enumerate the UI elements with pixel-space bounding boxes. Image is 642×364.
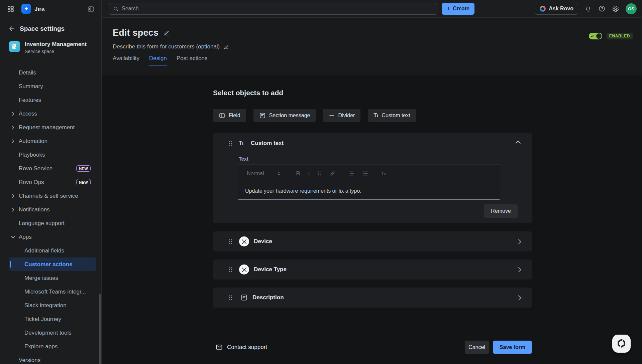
- notifications-bell-icon[interactable]: [584, 5, 592, 12]
- sidebar-item-features[interactable]: Features: [9, 93, 96, 107]
- floating-app-button[interactable]: [612, 335, 631, 353]
- add-object-button-custom-text[interactable]: TtCustom text: [368, 109, 416, 122]
- add-object-button-field[interactable]: Field: [213, 109, 246, 122]
- sidebar-item-summary[interactable]: Summary: [9, 79, 96, 93]
- app-switcher-icon[interactable]: [7, 5, 15, 13]
- user-avatar[interactable]: OS: [626, 3, 637, 14]
- sidebar-item-label: Access: [19, 111, 37, 117]
- clear-formatting-icon[interactable]: Tx: [381, 170, 386, 177]
- sidebar-item-explore-apps[interactable]: Explore apps: [9, 340, 96, 353]
- chevron-right-icon: [11, 207, 15, 212]
- tab-design[interactable]: Design: [149, 55, 167, 65]
- sidebar-item-ticket-journey[interactable]: Ticket Journey: [9, 312, 96, 326]
- tab-availability[interactable]: Availability: [113, 55, 139, 65]
- sidebar-item-notifications[interactable]: Notifications: [9, 203, 96, 216]
- sidebar-item-rovo-service[interactable]: Rovo ServiceNEW: [9, 162, 96, 175]
- collapse-sidebar-icon[interactable]: [87, 5, 95, 13]
- drag-handle-icon[interactable]: [228, 238, 233, 245]
- expand-panel-chevron-right-icon[interactable]: [518, 239, 522, 244]
- sidebar-item-customer-actions[interactable]: Customer actions: [9, 257, 96, 271]
- drag-handle-icon[interactable]: [228, 295, 233, 301]
- sidebar-item-versions[interactable]: Versions: [9, 353, 96, 364]
- sidebar-item-apps[interactable]: Apps: [9, 230, 96, 244]
- back-arrow-icon[interactable]: [8, 25, 15, 32]
- field-panel-title: Description: [252, 294, 284, 301]
- jira-logo[interactable]: [21, 4, 31, 14]
- sidebar-item-label: Rovo Service: [19, 165, 52, 172]
- sidebar-item-channels-self-service[interactable]: Channels & self service: [9, 189, 96, 203]
- sidebar-item-request-management[interactable]: Request management: [9, 121, 96, 134]
- app-name: Jira: [34, 6, 44, 12]
- underline-button[interactable]: U: [318, 170, 322, 177]
- ordered-list-icon[interactable]: 12: [348, 170, 354, 177]
- svg-text:1: 1: [349, 171, 350, 173]
- space-avatar-icon: [9, 41, 20, 52]
- field-panel-device-type[interactable]: Device Type: [213, 259, 532, 280]
- field-panel-device[interactable]: Device: [213, 231, 532, 251]
- create-button[interactable]: + Create: [442, 3, 474, 15]
- sidebar-scrollbar[interactable]: [99, 294, 101, 364]
- edit-title-pencil-icon[interactable]: [163, 30, 170, 36]
- help-icon[interactable]: [598, 5, 606, 12]
- cancel-button[interactable]: Cancel: [465, 341, 489, 354]
- sidebar-item-label: Notifications: [19, 206, 50, 213]
- drag-handle-icon[interactable]: [228, 140, 233, 147]
- tab-post-actions[interactable]: Post actions: [177, 55, 208, 65]
- add-object-button-divider[interactable]: Divider: [323, 109, 360, 122]
- italic-button[interactable]: I: [308, 170, 310, 177]
- sidebar-item-playbooks[interactable]: Playbooks: [9, 148, 96, 162]
- remove-button[interactable]: Remove: [484, 204, 518, 218]
- object-buttons-row: FieldSection messageDividerTtCustom text: [213, 109, 532, 122]
- ask-rovo-button[interactable]: Ask Rovo: [535, 3, 578, 15]
- form-design-content: Select objects to add FieldSection messa…: [102, 75, 642, 364]
- bold-button[interactable]: B: [296, 170, 300, 177]
- link-icon[interactable]: [329, 170, 336, 177]
- back-to-space-settings[interactable]: Space settings: [0, 18, 101, 32]
- enabled-toggle[interactable]: [589, 33, 602, 39]
- chevron-right-icon: [11, 139, 15, 143]
- editor-content-area[interactable]: Update your hardware requirements or fix…: [238, 182, 500, 200]
- sidebar-item-label: Versions: [19, 357, 40, 364]
- sidebar-item-label: Ticket Journey: [24, 316, 61, 323]
- sidebar-item-label: Summary: [19, 83, 43, 90]
- rich-text-editor: Normal B I U 12: [238, 165, 500, 200]
- sidebar-item-label: Customer actions: [24, 261, 73, 268]
- sidebar-item-label: Rovo Ops: [19, 179, 44, 186]
- edit-description-pencil-icon[interactable]: [223, 44, 229, 50]
- bullet-list-icon[interactable]: [362, 170, 368, 177]
- expand-panel-chevron-right-icon[interactable]: [518, 295, 522, 301]
- add-object-button-section-message[interactable]: Section message: [253, 109, 316, 122]
- expand-panel-chevron-right-icon[interactable]: [518, 267, 522, 272]
- save-form-button[interactable]: Save form: [493, 341, 532, 354]
- settings-gear-icon[interactable]: [612, 5, 619, 12]
- sidebar-item-development-tools[interactable]: Development tools: [9, 326, 96, 340]
- text-style-dropdown[interactable]: Normal: [247, 171, 281, 177]
- collapse-panel-chevron-up-icon[interactable]: [515, 140, 521, 144]
- search-bar[interactable]: [109, 3, 437, 15]
- drag-handle-icon[interactable]: [228, 266, 233, 273]
- plus-icon: +: [447, 6, 450, 12]
- sidebar-item-access[interactable]: Access: [9, 107, 96, 121]
- sidebar-item-rovo-ops[interactable]: Rovo OpsNEW: [9, 175, 96, 189]
- search-input[interactable]: [122, 6, 433, 12]
- form-header: Edit specs Describe this form for custom…: [102, 18, 642, 75]
- sidebar-item-merge-issues[interactable]: Merge issues: [9, 271, 96, 285]
- section-message-icon: [259, 112, 266, 119]
- sidebar-item-additional-fields[interactable]: Additional fields: [9, 244, 96, 257]
- sidebar-item-microsoft-teams-integr[interactable]: Microsoft Teams integr...: [9, 285, 96, 299]
- top-bar-left: Jira: [0, 0, 102, 18]
- sidebar-item-slack-integration[interactable]: Slack integration: [9, 299, 96, 312]
- sidebar-title: Space settings: [20, 25, 65, 32]
- space-header: Inventory Management Service space: [0, 32, 101, 54]
- sidebar-item-label: Channels & self service: [19, 193, 78, 199]
- sidebar-item-automation[interactable]: Automation: [9, 134, 96, 148]
- sidebar-item-label: Additional fields: [24, 247, 64, 254]
- field-panel-description[interactable]: Description: [213, 288, 532, 308]
- sidebar-item-language-support[interactable]: Language support: [9, 216, 96, 230]
- contact-support-link[interactable]: Contact support: [216, 344, 267, 351]
- sidebar-item-details[interactable]: Details: [9, 66, 96, 79]
- form-tabs: AvailabilityDesignPost actions: [113, 55, 642, 65]
- top-bar-right: Ask Rovo OS: [535, 3, 637, 15]
- page-title: Edit specs: [113, 28, 158, 38]
- svg-text:2: 2: [349, 174, 350, 176]
